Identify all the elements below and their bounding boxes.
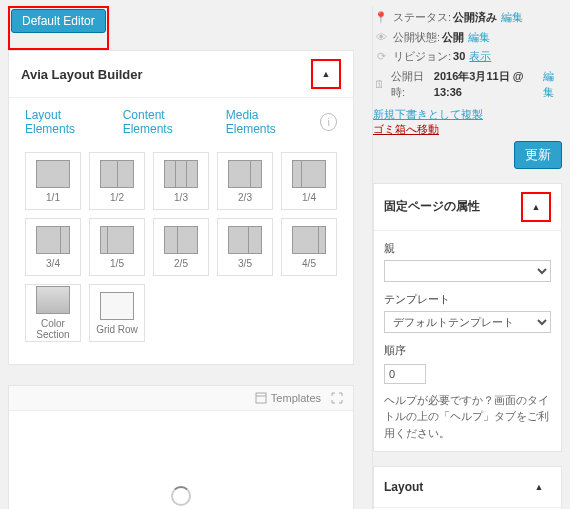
tab-media-elements[interactable]: Media Elements (226, 108, 305, 136)
eye-icon: 👁 (373, 29, 389, 46)
cell-4-5[interactable]: 4/5 (281, 218, 337, 276)
visibility-edit-link[interactable]: 編集 (468, 29, 490, 46)
revisions-icon: ⟳ (373, 48, 389, 65)
cell-grid-row[interactable]: Grid Row (89, 284, 145, 342)
trash-link[interactable]: ゴミ箱へ移動 (373, 123, 439, 135)
order-input[interactable] (384, 364, 426, 384)
fullscreen-button[interactable] (331, 392, 343, 404)
loading-spinner (171, 486, 191, 506)
date-edit-link[interactable]: 編集 (543, 68, 562, 101)
revisions-link[interactable]: 表示 (469, 48, 491, 65)
default-editor-button[interactable]: Default Editor (11, 9, 106, 33)
page-attrs-toggle[interactable]: ▲ (524, 195, 548, 219)
builder-toggle[interactable]: ▲ (314, 62, 338, 86)
tab-layout-elements[interactable]: Layout Elements (25, 108, 107, 136)
layout-toggle[interactable]: ▲ (527, 475, 551, 499)
pin-icon: 📍 (373, 9, 389, 26)
cell-3-5[interactable]: 3/5 (217, 218, 273, 276)
templates-button[interactable]: Templates (255, 392, 321, 404)
cell-3-4[interactable]: 3/4 (25, 218, 81, 276)
svg-rect-0 (256, 393, 266, 403)
page-attrs-title: 固定ページの属性 (384, 198, 480, 215)
parent-label: 親 (384, 241, 551, 256)
cell-2-3[interactable]: 2/3 (217, 152, 273, 210)
update-button[interactable]: 更新 (514, 141, 562, 169)
cell-color-section[interactable]: Color Section (25, 284, 81, 342)
template-label: テンプレート (384, 292, 551, 307)
cell-1-4[interactable]: 1/4 (281, 152, 337, 210)
parent-select[interactable] (384, 260, 551, 282)
order-label: 順序 (384, 343, 551, 358)
cell-1-1[interactable]: 1/1 (25, 152, 81, 210)
duplicate-link[interactable]: 新規下書きとして複製 (373, 108, 483, 120)
attrs-help-text: ヘルプが必要ですか？画面のタイトルの上の「ヘルプ」タブをご利用ください。 (384, 392, 551, 442)
builder-title: Avia Layout Builder (21, 67, 143, 82)
cell-1-3[interactable]: 1/3 (153, 152, 209, 210)
cell-1-5[interactable]: 1/5 (89, 218, 145, 276)
cell-2-5[interactable]: 2/5 (153, 218, 209, 276)
calendar-icon: 🗓 (373, 76, 387, 93)
template-select[interactable]: デフォルトテンプレート (384, 311, 551, 333)
layout-title: Layout (384, 480, 423, 494)
info-icon[interactable]: i (320, 113, 337, 131)
tab-content-elements[interactable]: Content Elements (123, 108, 210, 136)
status-edit-link[interactable]: 編集 (501, 9, 523, 26)
cell-1-2[interactable]: 1/2 (89, 152, 145, 210)
